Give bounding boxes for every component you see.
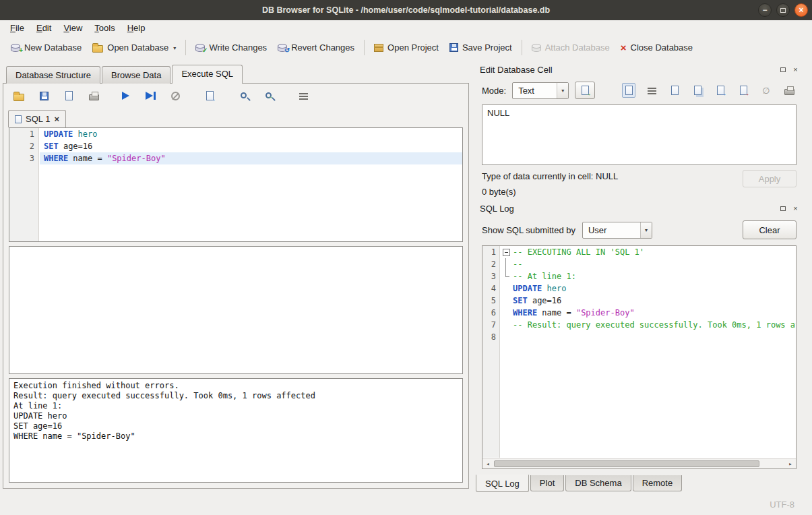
execute-line-button[interactable]	[144, 88, 157, 103]
export-sql-button[interactable]: →	[203, 88, 216, 103]
sql-comment: -- At line 1:	[511, 270, 576, 282]
menu-help-mnemonic: H	[127, 23, 133, 33]
execute-all-button[interactable]	[119, 88, 132, 103]
minimize-button[interactable]: −	[758, 3, 772, 17]
open-sql-file-button[interactable]	[12, 88, 26, 103]
mode-select[interactable]: Text ▾	[512, 82, 569, 99]
write-changes-button[interactable]: ✓ Write Changes	[190, 39, 272, 56]
word-wrap-icon	[299, 93, 308, 94]
find-replace-button[interactable]: →	[262, 88, 276, 103]
open-project-button[interactable]: Open Project	[369, 39, 444, 56]
close-button[interactable]: ×	[794, 3, 808, 17]
close-panel-button[interactable]: ×	[791, 65, 800, 74]
scroll-right-icon[interactable]: ▸	[785, 460, 796, 467]
sql-log-view[interactable]: 1 2 3 4 5 6 7 8 -- EXECUTING ALL IN 'SQL…	[482, 245, 797, 469]
save-project-button[interactable]: Save Project	[444, 39, 518, 56]
dock-tab-sql-log[interactable]: SQL Log	[476, 475, 529, 492]
editor-line[interactable]: SET age=16	[40, 140, 462, 152]
sql-editor[interactable]: 1 2 3 UPDATE hero SET age=16 WHERE name …	[9, 127, 463, 242]
sql-keyword: UPDATE	[513, 284, 542, 293]
menu-tools[interactable]: Tools	[88, 22, 121, 34]
edit-cell-header: Edit Database Cell ×	[474, 59, 807, 77]
copy-cell-button[interactable]	[691, 83, 704, 98]
open-sql-file-icon	[13, 94, 24, 101]
new-database-button[interactable]: + New Database	[5, 39, 87, 56]
scrollbar-thumb[interactable]	[494, 460, 759, 467]
execute-line-icon	[146, 92, 156, 100]
tab-execute-sql[interactable]: Execute SQL	[172, 65, 243, 84]
save-sql-file-button[interactable]	[37, 88, 51, 103]
submitter-value: User	[583, 225, 640, 235]
dock-tab-remote[interactable]: Remote	[633, 475, 683, 491]
sql-keyword: WHERE	[44, 154, 68, 163]
menu-view[interactable]: View	[57, 22, 88, 34]
editor-code-area[interactable]: UPDATE hero SET age=16 WHERE name = "Spi…	[40, 128, 462, 164]
sql-log-filter-row: Show SQL submitted by User ▾ Clear	[474, 216, 807, 245]
minimize-icon: −	[762, 6, 767, 14]
execution-output: Execution finished without errors. Resul…	[9, 378, 463, 483]
stop-icon	[171, 92, 180, 100]
window-controls: − ×	[758, 3, 808, 17]
menu-edit-label: dit	[42, 23, 52, 33]
close-panel-button[interactable]: ×	[791, 204, 800, 213]
left-panel: Database Structure Browse Data Execute S…	[3, 59, 469, 494]
undock-panel-button[interactable]	[778, 65, 787, 74]
scroll-left-icon[interactable]: ◂	[482, 460, 493, 467]
fold-guide-line	[501, 258, 511, 270]
clear-log-button[interactable]: Clear	[743, 220, 797, 239]
tab-browse-data[interactable]: Browse Data	[102, 66, 170, 84]
editor-line[interactable]: UPDATE hero	[40, 128, 462, 140]
find-button[interactable]	[237, 88, 251, 103]
open-database-dropdown-icon[interactable]: ▾	[173, 45, 176, 51]
sql-tab[interactable]: SQL 1 ×	[8, 110, 66, 127]
open-in-editor-button[interactable]	[668, 83, 681, 98]
menu-edit[interactable]: Edit	[30, 22, 57, 34]
revert-changes-label: Revert Changes	[291, 42, 354, 53]
export-cell-button[interactable]: →	[737, 83, 750, 98]
fold-marker-icon[interactable]	[501, 246, 511, 258]
cell-editor[interactable]: NULL	[482, 104, 797, 165]
close-database-label: Close Database	[631, 42, 693, 53]
sql-text: age=16	[528, 296, 562, 305]
scrollbar-track[interactable]	[493, 459, 785, 468]
close-database-button[interactable]: × Close Database	[615, 39, 698, 56]
import-data-button[interactable]: →	[575, 82, 595, 99]
undock-panel-button[interactable]	[778, 204, 787, 213]
sql-file-icon	[15, 115, 22, 123]
toolbar-separator	[185, 40, 186, 55]
tab-database-structure[interactable]: Database Structure	[6, 66, 100, 84]
sql-tabbar: SQL 1 ×	[3, 108, 468, 127]
revert-changes-button[interactable]: ↺ Revert Changes	[272, 39, 360, 56]
dock-tab-db-schema[interactable]: DB Schema	[565, 475, 631, 491]
menu-file[interactable]: File	[4, 22, 30, 34]
cell-word-wrap-button[interactable]	[645, 83, 658, 98]
toolbar-separator	[364, 40, 365, 55]
menu-help[interactable]: Help	[121, 22, 152, 34]
editor-line-current[interactable]: WHERE name = "Spider-Boy"	[40, 152, 462, 164]
fold-column	[501, 295, 511, 307]
dock-tab-plot[interactable]: Plot	[530, 475, 564, 491]
dock-tabbar: SQL Log Plot DB Schema Remote	[474, 475, 807, 494]
attach-database-label: Attach Database	[545, 42, 610, 53]
horizontal-scrollbar[interactable]: ◂ ▸	[482, 458, 796, 468]
fold-column	[501, 319, 511, 331]
maximize-button[interactable]	[776, 3, 790, 17]
line-number: 7	[482, 319, 499, 331]
results-grid[interactable]	[9, 246, 463, 374]
save-sql-as-button[interactable]	[62, 88, 75, 103]
import-cell-button[interactable]: →	[714, 83, 727, 98]
undock-icon	[780, 206, 786, 211]
toolbar-separator	[522, 40, 522, 55]
sql-toolbar: → →	[3, 84, 468, 108]
print-sql-button[interactable]	[87, 88, 100, 103]
open-database-button[interactable]: Open Database ▾	[87, 39, 181, 56]
text-mode-button[interactable]	[622, 83, 635, 98]
log-line: -- Result: query executed successfully. …	[501, 319, 796, 331]
write-changes-icon: ✓	[195, 44, 205, 52]
word-wrap-button[interactable]	[296, 88, 310, 103]
set-null-button[interactable]: ∅	[759, 83, 773, 98]
sql-tab-close-icon[interactable]: ×	[54, 114, 59, 124]
open-database-icon	[92, 45, 103, 53]
submitter-select[interactable]: User ▾	[582, 222, 652, 239]
print-cell-button[interactable]	[782, 83, 796, 98]
